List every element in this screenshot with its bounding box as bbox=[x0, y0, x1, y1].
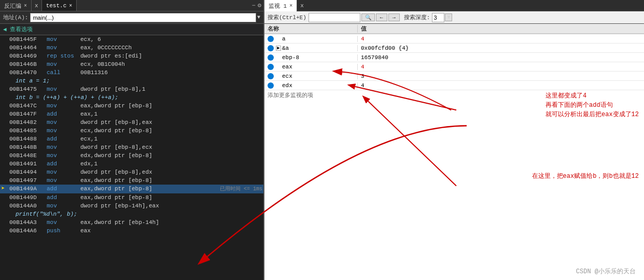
watch-search-bar: 搜索(Ctrl+E) 🔍 ← → 搜索深度: ▼ bbox=[264, 11, 644, 23]
source-line: int a = 1; bbox=[16, 77, 50, 85]
secondary-bar: 地址(A): ▼ 搜索(Ctrl+E) 🔍 ← → 搜索深度: ▼ bbox=[0, 11, 644, 24]
line-mnemonic: mov bbox=[47, 44, 80, 52]
disasm-line[interactable]: printf("%d\n", b); bbox=[0, 210, 263, 218]
tab-x[interactable]: x bbox=[32, 0, 42, 11]
tab-disasm-close[interactable]: × bbox=[24, 3, 27, 9]
line-addr: 00B144A6 bbox=[9, 227, 47, 235]
line-mnemonic: mov bbox=[47, 118, 80, 127]
line-operands: edx,1 bbox=[80, 160, 262, 168]
tab-disasm[interactable]: 反汇编 × bbox=[0, 0, 32, 11]
current-arrow: ➤ bbox=[1, 185, 9, 193]
line-operands: edx,dword ptr [ebp-8] bbox=[80, 151, 262, 160]
watch-add-row[interactable]: 添加更多监视的项 bbox=[264, 90, 644, 100]
line-addr: 00B1446B bbox=[9, 60, 47, 68]
disasm-line[interactable]: int a = 1; bbox=[0, 77, 263, 85]
watch-row[interactable]: ebp-8 16579840 bbox=[264, 53, 644, 62]
line-addr: 00B1445F bbox=[9, 35, 47, 44]
disasm-line[interactable]: 00B14485 mov ecx,dword ptr [ebp-8] bbox=[0, 127, 263, 135]
disasm-line[interactable]: 00B14475 mov dword ptr [ebp-8],1 bbox=[0, 85, 263, 93]
watch-table-header: 名称 值 bbox=[264, 24, 644, 34]
watch-cell-value-2: 16579840 bbox=[358, 54, 644, 61]
watch-row[interactable]: edx 4 bbox=[264, 81, 644, 90]
disasm-line[interactable]: 00B1445F mov ecx, 6 bbox=[0, 35, 263, 44]
watch-cell-name-4: ecx bbox=[264, 73, 358, 79]
disasm-content[interactable]: 00B1445F mov ecx, 6 00B14464 mov eax, 0C… bbox=[0, 35, 263, 280]
line-addr: 00B14488 bbox=[9, 135, 47, 143]
line-mnemonic: mov bbox=[47, 168, 80, 176]
tab-watch1-label: 监视 1 bbox=[269, 2, 287, 10]
line-addr: 00B1447F bbox=[9, 110, 47, 118]
line-addr: 00B14497 bbox=[9, 176, 47, 185]
disasm-pin-icon[interactable]: − bbox=[252, 2, 256, 9]
tab-watch1[interactable]: 监视 1 × bbox=[264, 0, 297, 11]
disasm-line[interactable]: 00B14491 add edx,1 bbox=[0, 160, 263, 168]
tab-testc[interactable]: test.c × bbox=[42, 0, 77, 11]
view-options-btn[interactable]: ◀ 查看选项 bbox=[3, 25, 33, 33]
disasm-line[interactable]: 00B1447C mov eax,dword ptr [ebp-8] bbox=[0, 102, 263, 110]
tab-watch-x[interactable]: x bbox=[297, 0, 307, 11]
disasm-toolbar: ◀ 查看选项 bbox=[0, 24, 263, 35]
watch-row-icon bbox=[268, 64, 274, 70]
watch-cell-value-1: 0x00fcfd00 {4} bbox=[358, 45, 644, 51]
tab-watch1-close[interactable]: × bbox=[289, 3, 292, 9]
search-btn[interactable]: 🔍 bbox=[361, 13, 375, 21]
watch-row-icon bbox=[268, 36, 274, 42]
address-input[interactable] bbox=[30, 13, 256, 22]
disasm-line[interactable]: 00B1449D add eax,dword ptr [ebp-8] bbox=[0, 193, 263, 202]
watch-row-icon bbox=[268, 73, 274, 79]
line-operands: ecx,1 bbox=[80, 135, 262, 143]
watch-row[interactable]: a 4 bbox=[264, 34, 644, 44]
disasm-line[interactable]: 00B14469 rep stos dword ptr es:[edi] bbox=[0, 52, 263, 60]
disasm-line[interactable]: 00B144A6 push eax bbox=[0, 227, 263, 235]
line-operands: dword ptr [ebp-8],ecx bbox=[80, 143, 262, 151]
disasm-line[interactable]: 00B14470 call 00B11316 bbox=[0, 68, 263, 77]
watch-name-text: a bbox=[282, 36, 286, 42]
disasm-line[interactable]: 00B14488 add ecx,1 bbox=[0, 135, 263, 143]
disasm-line[interactable]: 00B144A3 mov eax,dword ptr [ebp-14h] bbox=[0, 218, 263, 227]
expand-btn[interactable]: ▶ bbox=[276, 46, 281, 51]
disasm-line[interactable]: 00B14482 mov dword ptr [ebp-8],eax bbox=[0, 118, 263, 127]
disasm-line[interactable]: 00B1448E mov edx,dword ptr [ebp-8] bbox=[0, 151, 263, 160]
disasm-line[interactable]: int b = (++a) + (++a) + (++a); bbox=[0, 93, 263, 102]
line-addr: 00B14494 bbox=[9, 168, 47, 176]
disasm-panel: ◀ 查看选项 00B1445F mov ecx, 6 00B14464 mov … bbox=[0, 24, 264, 280]
disasm-line[interactable]: 00B14497 mov eax,dword ptr [ebp-8] bbox=[0, 176, 263, 185]
address-dropdown-btn[interactable]: ▼ bbox=[257, 15, 260, 20]
search-input[interactable] bbox=[309, 13, 360, 22]
line-addr: 00B14469 bbox=[9, 52, 47, 60]
watch-cell-name-5: edx bbox=[264, 82, 358, 89]
disasm-line[interactable]: 00B1448B mov dword ptr [ebp-8],ecx bbox=[0, 143, 263, 151]
line-addr: 00B1449A bbox=[9, 185, 47, 193]
watch-name-text: &a bbox=[282, 45, 289, 51]
watch-row[interactable]: eax 4 bbox=[264, 62, 644, 72]
disasm-line[interactable]: 00B14464 mov eax, 0CCCCCCCCh bbox=[0, 44, 263, 52]
address-label: 地址(A): bbox=[3, 13, 28, 21]
line-operands: dword ptr es:[edi] bbox=[80, 52, 262, 60]
line-mnemonic: mov bbox=[47, 143, 80, 151]
line-addr: 00B1448E bbox=[9, 151, 47, 160]
watch-name-text: eax bbox=[282, 64, 292, 70]
search-back-btn[interactable]: ← bbox=[376, 13, 387, 21]
line-addr: 00B14475 bbox=[9, 85, 47, 93]
disasm-line[interactable]: 00B14494 mov dword ptr [ebp-8],edx bbox=[0, 168, 263, 176]
disasm-line[interactable]: 00B1447F add eax,1 bbox=[0, 110, 263, 118]
line-mnemonic: add bbox=[47, 193, 80, 202]
line-operands: eax,dword ptr [ebp-8] bbox=[80, 176, 262, 185]
line-mnemonic: mov bbox=[47, 102, 80, 110]
depth-dropdown-btn[interactable]: ▼ bbox=[445, 13, 452, 21]
line-mnemonic: mov bbox=[47, 60, 80, 68]
disasm-gear-icon[interactable]: ⚙ bbox=[258, 2, 261, 9]
disasm-line[interactable]: ➤ 00B1449A add eax,dword ptr [ebp-8] 已用时… bbox=[0, 185, 263, 193]
line-operands: eax bbox=[80, 227, 262, 235]
watch-row[interactable]: ▶ &a 0x00fcfd00 {4} bbox=[264, 44, 644, 53]
depth-input[interactable] bbox=[432, 13, 444, 22]
search-fwd-btn[interactable]: → bbox=[388, 13, 400, 21]
disasm-line[interactable]: 00B1446B mov ecx, 0B1C004h bbox=[0, 60, 263, 68]
watch-row[interactable]: ecx 3 bbox=[264, 72, 644, 81]
disasm-line[interactable]: 00B144A0 mov dword ptr [ebp-14h],eax bbox=[0, 202, 263, 210]
line-mnemonic: mov bbox=[47, 176, 80, 185]
line-mnemonic: mov bbox=[47, 218, 80, 227]
watch-cell-value-5: 4 bbox=[358, 82, 644, 89]
line-operands: 00B11316 bbox=[80, 68, 262, 77]
tab-testc-close[interactable]: × bbox=[69, 3, 72, 9]
